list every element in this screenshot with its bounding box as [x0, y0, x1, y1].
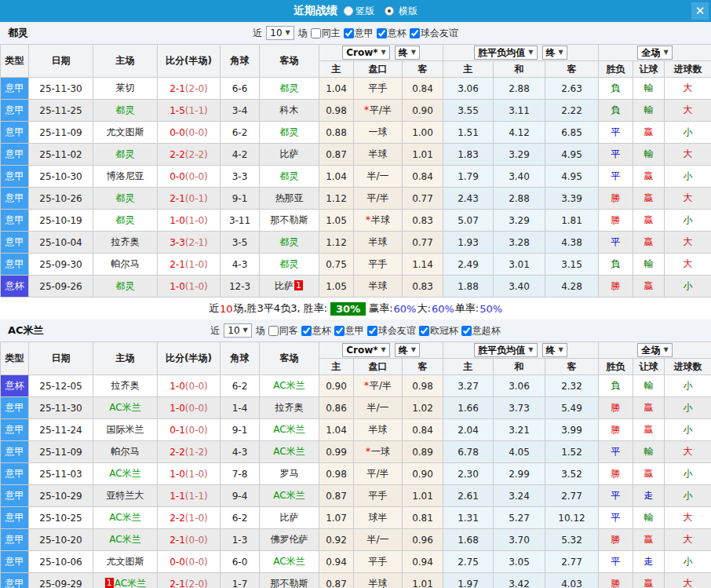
match-type-cell: 意甲: [1, 485, 29, 507]
home-team-cell: 亚特兰大: [93, 485, 158, 507]
filter-option-意甲[interactable]: 意甲: [334, 324, 364, 338]
away-odds-cell: 1.14: [403, 254, 443, 276]
column-header: 主: [443, 359, 494, 375]
filter-checkbox[interactable]: [268, 326, 279, 336]
filter-option-同客[interactable]: 同客: [268, 324, 298, 338]
table-row: 意杯25-12-05拉齐奥1-0(0-0)6-2AC米兰0.90*平/半0.98…: [1, 375, 711, 397]
column-header: 客场: [260, 342, 319, 375]
handicap-result-cell: 輸: [633, 441, 665, 463]
filter-checkbox[interactable]: [311, 28, 321, 38]
home-team-cell: 都灵: [93, 210, 158, 232]
away-team-cell: 都灵: [260, 166, 319, 188]
away-odds-cell: 0.84: [403, 166, 443, 188]
section-header: AC米兰近10▼场同客意杯意甲球会友谊欧冠杯意超杯: [0, 320, 711, 341]
euro-away-cell: 2.63: [545, 78, 599, 100]
home-odds-cell: 0.94: [319, 551, 354, 573]
filter-checkbox[interactable]: [419, 326, 429, 336]
home-team-cell: AC米兰: [93, 529, 158, 551]
column-header: 胜负: [599, 359, 633, 375]
euro-home-cell: 3.06: [443, 78, 494, 100]
filter-checkbox[interactable]: [410, 28, 420, 38]
column-header: 客: [403, 359, 443, 375]
goals-result-cell: 小: [665, 551, 711, 573]
corners-cell: 9-4: [221, 485, 260, 507]
home-odds-cell: 0.87: [319, 573, 354, 588]
match-type-cell: 意甲: [1, 254, 29, 276]
column-header: 让球: [633, 359, 665, 375]
filter-option-球会友谊[interactable]: 球会友谊: [367, 324, 416, 338]
match-count-select[interactable]: 10▼: [224, 323, 251, 338]
away-odds-cell: 1.00: [403, 122, 443, 144]
filter-checkbox[interactable]: [301, 326, 312, 336]
column-header: 客: [545, 359, 599, 375]
euro-home-cell: 2.75: [443, 551, 494, 573]
euro-time-select[interactable]: 终▼: [542, 343, 567, 357]
euro-home-cell: 1.83: [443, 144, 494, 166]
odds-time-select[interactable]: 终▼: [395, 46, 420, 60]
filter-checkbox[interactable]: [377, 28, 387, 38]
odds-company-select[interactable]: Crow*▼: [342, 46, 390, 60]
match-type-cell: 意甲: [1, 100, 29, 122]
handicap-cell: *平/半: [354, 375, 403, 397]
odds-group-header: Crow*▼终▼: [319, 45, 443, 61]
euro-away-cell: 3.52: [545, 463, 599, 485]
goals-result-cell: 大: [665, 232, 711, 254]
corners-cell: 12-3: [221, 276, 260, 298]
filter-option-意杯[interactable]: 意杯: [377, 27, 407, 40]
handicap-cell: 半球: [354, 144, 403, 166]
result-cell: 平: [599, 166, 633, 188]
match-date-cell: 25-09-29: [29, 573, 93, 588]
radio-icon[interactable]: [385, 6, 394, 16]
table-row: 意甲25-10-26都灵2-1(0-1)9-1热那亚1.12平/半0.772.4…: [1, 188, 711, 210]
table-row: 意甲25-11-30AC米兰1-0(0-0)1-4拉齐奥0.86半/一1.021…: [1, 397, 711, 419]
filter-option-欧冠杯[interactable]: 欧冠杯: [419, 324, 458, 338]
radio-icon[interactable]: [344, 6, 353, 16]
corners-cell: 6-6: [221, 78, 260, 100]
match-type-cell: 意甲: [1, 397, 29, 419]
euro-away-cell: 10.12: [545, 507, 599, 529]
handicap-cell: 半球: [354, 419, 403, 441]
match-count-select[interactable]: 10▼: [266, 26, 294, 40]
corners-cell: 6-0: [221, 551, 260, 573]
result-cell: 勝: [599, 463, 633, 485]
filter-checkbox[interactable]: [461, 326, 472, 336]
goals-result-cell: 大: [665, 507, 711, 529]
euro-away-cell: 4.95: [545, 166, 599, 188]
scope-select[interactable]: 全场▼: [637, 46, 672, 60]
chevron-down-icon: ▼: [411, 345, 416, 356]
goals-result-cell: 大: [665, 188, 711, 210]
euro-avg-select[interactable]: 胜平负均值▼: [474, 46, 537, 60]
filter-checkbox[interactable]: [367, 326, 377, 336]
filter-bar: 近10▼场同主意甲意杯球会友谊: [253, 26, 458, 40]
radio-horizontal-layout[interactable]: 横版: [382, 5, 417, 18]
odds-company-select[interactable]: Crow*▼: [342, 343, 390, 357]
matches-table: 类型日期主场比分(半场)角球客场Crow*▼终▼胜平负均值▼终▼全场▼主盘口客主…: [0, 341, 711, 588]
corners-cell: 3-4: [221, 100, 260, 122]
away-odds-cell: 0.90: [403, 463, 443, 485]
odds-time-select[interactable]: 终▼: [395, 343, 420, 357]
filter-option-意甲[interactable]: 意甲: [344, 27, 374, 40]
home-odds-cell: 1.12: [319, 188, 354, 210]
column-header: 客: [545, 61, 599, 78]
euro-draw-cell: 3.24: [494, 485, 545, 507]
handicap-result-cell: 輸: [633, 144, 665, 166]
summary-segment: 近: [209, 301, 219, 316]
filter-option-意超杯[interactable]: 意超杯: [461, 324, 501, 338]
euro-avg-select[interactable]: 胜平负均值▼: [474, 343, 537, 357]
handicap-cell: 半/一: [354, 166, 403, 188]
filter-option-球会友谊[interactable]: 球会友谊: [410, 27, 458, 40]
filter-option-意杯[interactable]: 意杯: [301, 324, 331, 338]
close-icon[interactable]: ✕: [691, 2, 709, 20]
filter-option-同主[interactable]: 同主: [311, 27, 341, 40]
radio-vertical-layout[interactable]: 竖版: [344, 5, 374, 18]
column-header: 主: [319, 359, 354, 375]
euro-time-select[interactable]: 终▼: [542, 46, 567, 60]
match-type-cell: 意甲: [1, 463, 29, 485]
filter-checkbox[interactable]: [334, 326, 345, 336]
scope-select[interactable]: 全场▼: [637, 343, 672, 357]
euro-away-cell: 6.85: [545, 122, 599, 144]
score-cell: 2-2(1-0): [158, 507, 221, 529]
away-odds-cell: 0.77: [403, 188, 443, 210]
home-team-cell: AC米兰: [93, 463, 158, 485]
filter-checkbox[interactable]: [344, 28, 354, 38]
